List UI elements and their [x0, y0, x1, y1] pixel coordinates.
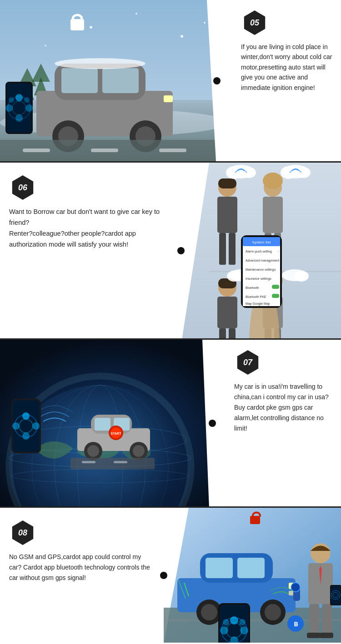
svg-point-14 [130, 120, 161, 152]
bullet-dot-06 [177, 247, 185, 254]
svg-rect-21 [159, 149, 186, 152]
svg-point-52 [226, 166, 242, 179]
svg-rect-47 [263, 197, 283, 233]
svg-point-35 [9, 97, 14, 103]
svg-text:Maintenance settings: Maintenance settings [246, 268, 276, 272]
svg-rect-133 [250, 516, 260, 524]
svg-rect-60 [219, 328, 226, 338]
svg-point-113 [12, 422, 20, 430]
svg-rect-129 [114, 461, 127, 463]
badge-08: 08 [9, 519, 36, 546]
svg-rect-128 [82, 461, 95, 463]
svg-rect-154 [320, 633, 333, 638]
section-08-svg: ʙ [164, 508, 341, 643]
svg-point-17 [55, 58, 145, 69]
svg-point-24 [181, 35, 183, 38]
svg-text:ʙ: ʙ [294, 620, 298, 628]
svg-rect-16 [164, 95, 173, 102]
svg-rect-28 [7, 83, 31, 133]
svg-rect-9 [55, 64, 145, 100]
svg-rect-156 [331, 586, 341, 604]
svg-text:›: › [277, 249, 279, 253]
svg-rect-91 [272, 285, 279, 289]
svg-text:Alarm push setting: Alarm push setting [246, 250, 272, 253]
svg-point-112 [22, 412, 30, 420]
svg-point-115 [22, 432, 30, 440]
svg-point-25 [45, 45, 46, 46]
section-05-image [0, 0, 227, 161]
svg-text:Bluetooth PKE: Bluetooth PKE [246, 295, 266, 298]
section-05-description: If you are living in cold place in winte… [241, 42, 334, 93]
svg-rect-37 [70, 19, 84, 30]
bullet-dot-08 [160, 572, 167, 579]
svg-rect-42 [217, 197, 237, 233]
section-06-svg: System Set Alarm push setting › Advanced… [182, 163, 341, 338]
svg-point-36 [24, 97, 30, 103]
svg-rect-8 [36, 91, 173, 136]
svg-point-31 [15, 94, 23, 101]
section-07-description: My car is in usa!i'm travelling to china… [234, 381, 334, 434]
section-08: 08 No GSM and GPS,cardot app could contr… [0, 506, 341, 643]
svg-point-22 [90, 26, 92, 29]
section-07-svg: START [0, 340, 218, 506]
svg-rect-61 [229, 328, 236, 338]
section-05-text: 05 If you are living in cold place in wi… [227, 0, 341, 161]
svg-marker-2 [20, 82, 34, 100]
svg-marker-4 [34, 77, 48, 95]
svg-point-30 [12, 101, 26, 115]
svg-rect-153 [307, 633, 321, 638]
svg-point-144 [201, 604, 217, 620]
section-05: 05 If you are living in cold place in wi… [0, 0, 341, 161]
svg-text:Advanced management: Advanced management [246, 259, 279, 263]
svg-rect-59 [217, 297, 237, 328]
section-06-text: 06 Want to Borrow car but don't want to … [0, 163, 182, 338]
section-06-image: System Set Alarm push setting › Advanced… [182, 163, 341, 338]
svg-marker-3 [18, 68, 36, 86]
badge-06: 06 [9, 174, 36, 201]
svg-rect-10 [61, 68, 98, 93]
svg-rect-45 [218, 178, 236, 188]
svg-point-50 [263, 173, 283, 189]
svg-rect-139 [237, 558, 265, 578]
svg-point-114 [32, 422, 40, 430]
badge-05: 05 [241, 9, 268, 36]
svg-point-167 [240, 626, 248, 634]
section-07-image: START [0, 340, 218, 506]
svg-point-33 [25, 104, 33, 112]
svg-rect-152 [322, 604, 332, 635]
svg-point-55 [281, 166, 297, 179]
section-07: START 07 My car is in usa!i'm travelling… [0, 338, 341, 506]
svg-text:Insurance settings: Insurance settings [246, 277, 271, 281]
svg-marker-6 [7, 84, 20, 100]
bullet-dot-07 [209, 420, 216, 427]
svg-point-56 [297, 167, 311, 178]
section-06: 06 Want to Borrow car but don't want to … [0, 161, 341, 338]
svg-point-29 [8, 97, 30, 119]
svg-point-71 [294, 271, 309, 282]
svg-rect-1 [0, 100, 227, 161]
svg-point-34 [15, 114, 23, 122]
svg-rect-44 [229, 233, 236, 265]
svg-rect-18 [0, 140, 227, 161]
svg-rect-20 [91, 149, 118, 152]
svg-point-23 [135, 13, 137, 15]
svg-point-26 [204, 22, 206, 24]
svg-point-12 [52, 120, 84, 152]
section-08-image: ʙ [164, 508, 341, 643]
badge-07: 07 [234, 349, 261, 376]
svg-point-15 [135, 126, 155, 146]
svg-rect-151 [309, 604, 319, 635]
svg-rect-138 [206, 558, 233, 578]
svg-point-146 [265, 604, 281, 620]
svg-rect-118 [95, 418, 110, 431]
svg-point-170 [239, 619, 246, 625]
svg-rect-43 [219, 233, 226, 265]
svg-point-53 [242, 167, 256, 178]
section-06-description: Want to Borrow car but don't want to giv… [9, 207, 173, 250]
svg-point-69 [227, 271, 241, 282]
section-07-text: 07 My car is in usa!i'm travelling to ch… [218, 340, 341, 506]
svg-text:Map  Google Map: Map Google Map [246, 302, 270, 306]
svg-rect-27 [5, 82, 33, 134]
svg-point-121 [87, 445, 99, 457]
svg-point-169 [223, 619, 229, 625]
